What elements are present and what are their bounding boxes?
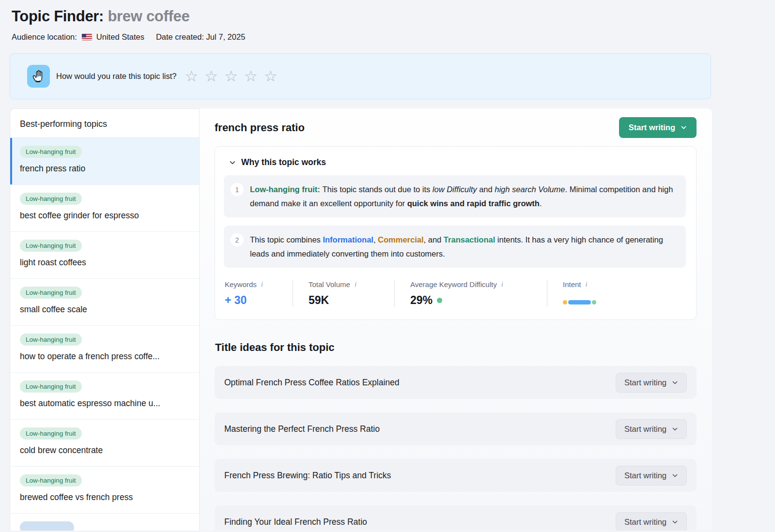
- date-created: Date created: Jul 7, 2025: [156, 32, 245, 42]
- collapse-chevron-icon[interactable]: [229, 159, 236, 166]
- page-header: Topic Finder: brew coffee Audience locat…: [0, 0, 775, 42]
- point-number: 1: [231, 183, 244, 196]
- difficulty-value: 29%: [410, 294, 537, 307]
- topic-label: how to operate a french press coffe...: [20, 351, 189, 362]
- stat-keyword-difficulty: Average Keyword Difficultyi 29%: [394, 280, 547, 307]
- title-ideas-list: Optimal French Press Coffee Ratios Expla…: [215, 366, 697, 531]
- keywords-label: Keywords: [225, 280, 257, 289]
- why-point: 2 This topic combines Informational, Com…: [224, 226, 686, 268]
- start-writing-label: Start writing: [624, 471, 666, 480]
- intent-label: Intent: [563, 280, 581, 289]
- topic-badge: Low-hanging fruit: [20, 287, 82, 299]
- sidebar-topic-item[interactable]: Low-hanging fruit how to operate a frenc…: [10, 326, 199, 373]
- stat-intent: Intenti: [547, 280, 606, 307]
- start-writing-button[interactable]: Start writing: [616, 466, 687, 486]
- info-icon[interactable]: i: [501, 280, 503, 289]
- intent-bar-segment: [563, 300, 567, 304]
- title-idea-text: Finding Your Ideal French Press Ratio: [224, 517, 367, 527]
- sidebar-topic-item[interactable]: Low-hanging fruit light roast coffees: [10, 232, 199, 279]
- topic-badge: Low-hanging fruit: [20, 193, 82, 205]
- topic-badge: [20, 521, 74, 531]
- sidebar-topic-item[interactable]: [10, 514, 199, 531]
- sidebar-topic-item[interactable]: Low-hanging fruit small coffee scale: [10, 279, 199, 326]
- info-icon[interactable]: i: [261, 280, 263, 289]
- star-icon[interactable]: ☆: [204, 69, 218, 84]
- stat-keywords: Keywordsi + 30: [225, 280, 293, 307]
- rating-stars: ☆ ☆ ☆ ☆ ☆: [185, 69, 278, 84]
- topic-badge: Low-hanging fruit: [20, 427, 82, 440]
- intent-bar-segment: [592, 300, 596, 304]
- point-number: 2: [231, 233, 244, 246]
- page-title-prefix: Topic Finder:: [12, 8, 104, 25]
- sidebar-topic-item[interactable]: Low-hanging fruit cold brew concentrate: [10, 420, 199, 467]
- intent-bar-segment: [568, 300, 591, 304]
- start-writing-button[interactable]: Start writing: [619, 117, 697, 138]
- start-writing-button[interactable]: Start writing: [616, 373, 687, 393]
- start-writing-button[interactable]: Start writing: [616, 512, 687, 531]
- sidebar-topic-item[interactable]: Low-hanging fruit brewed coffee vs frenc…: [10, 467, 199, 514]
- chevron-down-icon: [681, 124, 687, 131]
- topic-badge: Low-hanging fruit: [20, 380, 82, 393]
- topic-detail-panel: french press ratio Start writing Why thi…: [200, 108, 712, 531]
- title-ideas-heading: Title ideas for this topic: [215, 341, 697, 354]
- star-icon[interactable]: ☆: [264, 69, 278, 84]
- total-volume-value: 59K: [309, 294, 385, 307]
- why-this-topic-works-card: Why this topic works 1 Low-hanging fruit…: [215, 146, 697, 320]
- sidebar-topic-item[interactable]: Low-hanging fruit best automatic espress…: [10, 373, 199, 420]
- topic-list: Low-hanging fruit french press ratio Low…: [10, 138, 199, 531]
- us-flag-icon: [82, 34, 92, 40]
- topic-stats: Keywordsi + 30 Total Volumei 59K Average…: [225, 280, 686, 307]
- topic-label: brewed coffee vs french press: [20, 492, 189, 502]
- difficulty-label: Average Keyword Difficulty: [410, 280, 497, 289]
- meta-row: Audience location: United States Date cr…: [12, 32, 775, 42]
- best-performing-topics-panel: Best-performing topics Low-hanging fruit…: [10, 108, 200, 531]
- why-title: Why this topic works: [241, 157, 326, 167]
- title-idea-text: Mastering the Perfect French Press Ratio: [224, 424, 380, 434]
- hand-icon: [27, 65, 50, 88]
- title-idea-card: Optimal French Press Coffee Ratios Expla…: [215, 366, 697, 399]
- title-idea-card: French Press Brewing: Ratio Tips and Tri…: [215, 459, 697, 492]
- chevron-down-icon: [672, 380, 678, 386]
- topic-detail-header: french press ratio Start writing: [215, 117, 697, 138]
- why-point: 1 Low-hanging fruit: This topic stands o…: [224, 175, 686, 217]
- intent-bar: [563, 300, 596, 304]
- selected-topic-title: french press ratio: [215, 122, 305, 134]
- topic-label: french press ratio: [20, 164, 189, 174]
- topic-badge: Low-hanging fruit: [20, 146, 82, 158]
- sidebar-topic-item[interactable]: Low-hanging fruit best coffee grinder fo…: [10, 185, 199, 232]
- page-title-query: brew coffee: [108, 8, 189, 25]
- start-writing-label: Start writing: [624, 378, 666, 387]
- rating-question: How would you rate this topic list?: [56, 72, 177, 81]
- sidebar-title: Best-performing topics: [10, 109, 199, 138]
- title-idea-text: Optimal French Press Coffee Ratios Expla…: [224, 378, 400, 388]
- info-icon[interactable]: i: [355, 280, 356, 289]
- start-writing-label: Start writing: [629, 123, 675, 132]
- difficulty-dot-icon: [437, 298, 442, 303]
- start-writing-label: Start writing: [624, 517, 666, 527]
- why-points: 1 Low-hanging fruit: This topic stands o…: [224, 175, 686, 268]
- point-text: This topic combines Informational, Comme…: [250, 232, 676, 261]
- star-icon[interactable]: ☆: [244, 69, 258, 84]
- title-idea-text: French Press Brewing: Ratio Tips and Tri…: [224, 471, 391, 481]
- start-writing-button[interactable]: Start writing: [616, 419, 687, 439]
- title-idea-card: Mastering the Perfect French Press Ratio…: [215, 412, 697, 445]
- start-writing-label: Start writing: [624, 425, 666, 434]
- topic-badge: Low-hanging fruit: [20, 240, 82, 252]
- topic-label: light roast coffees: [20, 258, 189, 268]
- topic-label: cold brew concentrate: [20, 445, 189, 456]
- topic-badge: Low-hanging fruit: [20, 474, 82, 486]
- audience-location-value: United States: [96, 32, 144, 42]
- chevron-down-icon: [672, 519, 678, 525]
- star-icon[interactable]: ☆: [185, 69, 199, 84]
- star-icon[interactable]: ☆: [224, 69, 238, 84]
- info-icon[interactable]: i: [586, 280, 588, 289]
- content-area: Best-performing topics Low-hanging fruit…: [10, 108, 775, 531]
- stat-total-volume: Total Volumei 59K: [293, 280, 394, 307]
- page-title: Topic Finder: brew coffee: [12, 8, 775, 25]
- sidebar-topic-item[interactable]: Low-hanging fruit french press ratio: [10, 138, 199, 185]
- chevron-down-icon: [672, 472, 678, 479]
- total-volume-label: Total Volume: [309, 280, 350, 289]
- topic-label: small coffee scale: [20, 304, 189, 315]
- rating-banner: How would you rate this topic list? ☆ ☆ …: [10, 53, 711, 99]
- topic-label: best automatic espresso machine u...: [20, 398, 189, 409]
